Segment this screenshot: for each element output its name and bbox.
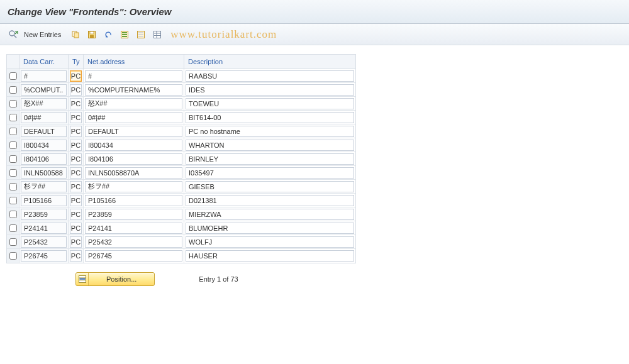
data-carr-field[interactable] (21, 209, 67, 220)
data-carr-field[interactable] (21, 153, 67, 165)
type-field[interactable]: PC (70, 195, 82, 206)
column-description[interactable]: Description (184, 55, 355, 69)
row-select-checkbox[interactable] (9, 211, 17, 218)
row-select-checkbox[interactable] (9, 183, 17, 190)
column-net-address[interactable]: Net.address (84, 55, 184, 69)
row-select-checkbox[interactable] (9, 197, 17, 204)
description-field[interactable] (186, 153, 354, 165)
row-select-checkbox[interactable] (9, 238, 17, 246)
net-address-field[interactable] (85, 84, 182, 96)
content-area: Data Carr. Ty Net.address Description PC… (0, 45, 629, 295)
row-select-checkbox[interactable] (9, 169, 17, 177)
description-field[interactable] (186, 236, 354, 248)
select-all-icon[interactable] (118, 28, 131, 41)
table-row: PC (7, 152, 355, 166)
net-address-field[interactable] (85, 112, 182, 123)
toggle-display-change-icon[interactable] (6, 28, 20, 41)
table-row: PC (7, 111, 355, 124)
table-view-icon[interactable] (150, 28, 164, 41)
svg-rect-12 (138, 32, 143, 33)
net-address-field[interactable] (85, 181, 182, 192)
net-address-field[interactable] (85, 195, 182, 206)
description-field[interactable] (186, 223, 354, 234)
type-field[interactable]: PC (70, 236, 82, 248)
row-select-checkbox[interactable] (9, 100, 17, 108)
description-field[interactable] (186, 250, 354, 262)
description-field[interactable] (186, 98, 354, 109)
type-field[interactable]: PC (70, 70, 82, 82)
type-field[interactable]: PC (70, 84, 82, 96)
description-field[interactable] (186, 70, 354, 82)
table-header: Data Carr. Ty Net.address Description (7, 55, 355, 69)
net-address-field[interactable] (85, 209, 182, 220)
net-address-field[interactable] (85, 126, 182, 137)
type-field[interactable]: PC (70, 153, 82, 165)
save-icon[interactable] (85, 28, 99, 41)
row-select-checkbox[interactable] (9, 72, 17, 80)
row-select-checkbox[interactable] (9, 86, 17, 94)
data-carr-field[interactable] (21, 236, 67, 248)
description-field[interactable] (186, 140, 354, 151)
net-address-field[interactable] (85, 223, 182, 234)
row-select-checkbox[interactable] (9, 114, 17, 121)
svg-line-1 (14, 35, 16, 38)
type-field[interactable]: PC (70, 209, 82, 220)
svg-rect-3 (74, 33, 79, 38)
column-select-all[interactable] (7, 55, 19, 69)
description-field[interactable] (186, 84, 354, 96)
type-field[interactable]: PC (70, 250, 82, 262)
row-select-checkbox[interactable] (9, 141, 17, 149)
data-carr-field[interactable] (21, 181, 67, 192)
data-carr-field[interactable] (21, 223, 67, 234)
description-field[interactable] (186, 167, 354, 179)
data-carr-field[interactable] (21, 126, 67, 137)
data-carr-field[interactable] (21, 195, 67, 206)
net-address-field[interactable] (85, 153, 182, 165)
net-address-field[interactable] (85, 250, 182, 262)
data-carr-field[interactable] (21, 112, 67, 123)
row-select-checkbox[interactable] (9, 224, 17, 232)
data-carr-field[interactable] (21, 140, 67, 151)
column-data-carr[interactable]: Data Carr. (19, 55, 69, 69)
description-field[interactable] (186, 126, 354, 137)
type-field[interactable]: PC (70, 181, 82, 192)
data-carr-field[interactable] (21, 84, 67, 96)
type-field[interactable]: PC (70, 140, 82, 151)
net-address-field[interactable] (85, 140, 182, 151)
deselect-all-icon[interactable] (134, 28, 148, 41)
row-select-checkbox[interactable] (9, 252, 17, 260)
type-field[interactable]: PC (70, 126, 82, 137)
table-row: PC (7, 69, 355, 83)
data-carr-field[interactable] (21, 167, 67, 179)
description-field[interactable] (186, 195, 354, 206)
toolbar: New Entries www.tutorialkart.com (0, 24, 629, 45)
table-row: PC (7, 180, 355, 194)
net-address-field[interactable] (85, 98, 182, 109)
type-field[interactable]: PC (70, 167, 82, 179)
position-icon (76, 273, 89, 285)
data-carr-field[interactable] (21, 70, 67, 82)
description-field[interactable] (186, 209, 354, 220)
undo-icon[interactable] (101, 28, 115, 41)
type-field[interactable]: PC (70, 98, 82, 109)
type-field[interactable]: PC (70, 223, 82, 234)
row-select-checkbox[interactable] (9, 128, 17, 135)
row-select-checkbox[interactable] (9, 155, 17, 163)
description-field[interactable] (186, 181, 354, 192)
net-address-field[interactable] (85, 236, 182, 248)
data-carr-field[interactable] (21, 250, 67, 262)
column-type[interactable]: Ty (69, 55, 84, 69)
svg-rect-10 (122, 36, 127, 37)
net-address-field[interactable] (85, 70, 182, 82)
description-field[interactable] (186, 112, 354, 123)
table-row: PC (7, 249, 355, 263)
net-address-field[interactable] (85, 167, 182, 179)
type-field[interactable]: PC (70, 112, 82, 123)
new-entries-button[interactable]: New Entries (23, 31, 66, 38)
data-carr-field[interactable] (21, 98, 67, 109)
data-table: Data Carr. Ty Net.address Description PC… (6, 54, 356, 263)
table-row: PC (7, 194, 355, 207)
position-button[interactable]: Position... (75, 272, 155, 286)
svg-rect-6 (90, 35, 94, 38)
copy-icon[interactable] (69, 28, 82, 41)
